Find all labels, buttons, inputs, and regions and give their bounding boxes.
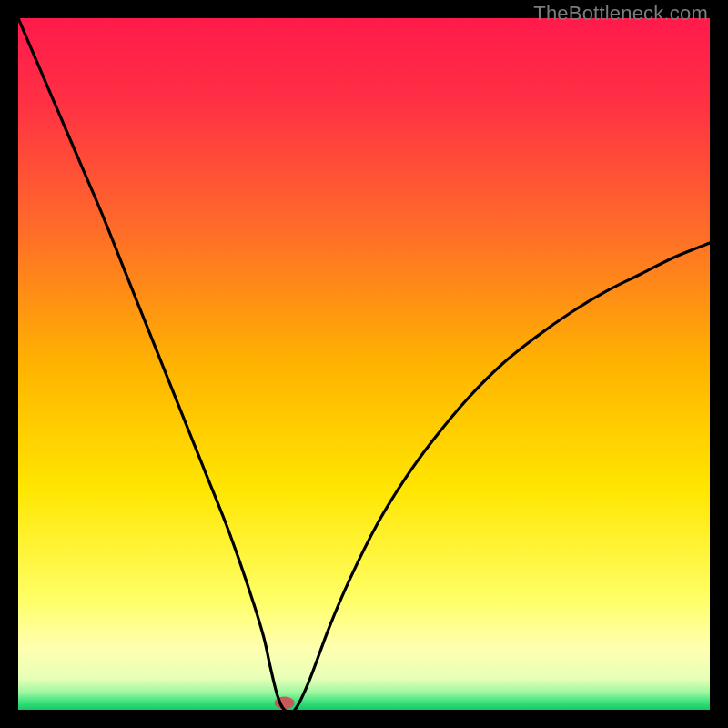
bottleneck-chart: [18, 18, 710, 710]
chart-frame: [18, 18, 710, 710]
watermark-text: TheBottleneck.com: [533, 2, 708, 25]
gradient-background: [18, 18, 710, 710]
